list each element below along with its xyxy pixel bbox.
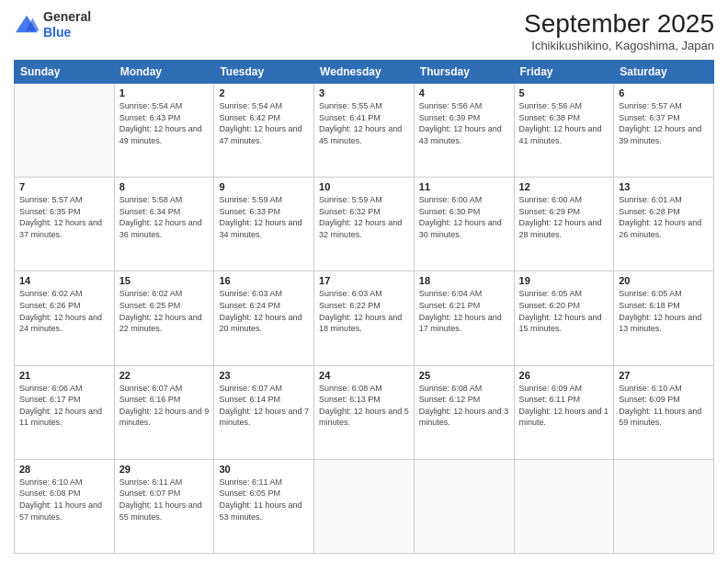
col-header-friday: Friday <box>514 61 614 84</box>
col-header-wednesday: Wednesday <box>314 61 415 84</box>
day-cell: 15Sunrise: 6:02 AMSunset: 6:25 PMDayligh… <box>114 271 214 365</box>
day-number: 18 <box>419 275 509 286</box>
day-number: 1 <box>119 87 210 98</box>
day-info: Sunrise: 5:56 AMSunset: 6:38 PMDaylight:… <box>519 100 609 146</box>
day-info: Sunrise: 6:06 AMSunset: 6:17 PMDaylight:… <box>19 383 109 429</box>
day-number: 24 <box>319 370 409 381</box>
month-title: September 2025 <box>524 9 714 39</box>
day-info: Sunrise: 6:01 AMSunset: 6:28 PMDaylight:… <box>619 194 709 240</box>
col-header-thursday: Thursday <box>414 61 514 84</box>
day-cell <box>314 459 415 553</box>
subtitle: Ichikikushikino, Kagoshima, Japan <box>524 39 714 52</box>
day-cell: 30Sunrise: 6:11 AMSunset: 6:05 PMDayligh… <box>214 459 314 553</box>
day-info: Sunrise: 6:10 AMSunset: 6:08 PMDaylight:… <box>19 477 109 523</box>
day-cell: 19Sunrise: 6:05 AMSunset: 6:20 PMDayligh… <box>514 271 614 365</box>
day-info: Sunrise: 6:02 AMSunset: 6:25 PMDaylight:… <box>119 288 210 334</box>
day-cell: 5Sunrise: 5:56 AMSunset: 6:38 PMDaylight… <box>514 84 614 178</box>
day-cell <box>514 459 614 553</box>
header: General Blue September 2025 Ichikikushik… <box>14 9 714 52</box>
day-cell: 11Sunrise: 6:00 AMSunset: 6:30 PMDayligh… <box>414 178 514 271</box>
day-info: Sunrise: 6:00 AMSunset: 6:29 PMDaylight:… <box>519 194 609 240</box>
day-number: 10 <box>319 181 409 192</box>
day-number: 29 <box>119 464 210 475</box>
day-info: Sunrise: 6:11 AMSunset: 6:07 PMDaylight:… <box>119 477 210 523</box>
day-cell: 23Sunrise: 6:07 AMSunset: 6:14 PMDayligh… <box>214 365 314 459</box>
day-info: Sunrise: 5:57 AMSunset: 6:35 PMDaylight:… <box>19 194 109 240</box>
day-number: 14 <box>19 275 109 286</box>
week-row-1: 1Sunrise: 5:54 AMSunset: 6:43 PMDaylight… <box>15 84 714 178</box>
day-cell: 14Sunrise: 6:02 AMSunset: 6:26 PMDayligh… <box>15 271 115 365</box>
logo-icon <box>14 14 40 36</box>
day-number: 2 <box>219 87 309 98</box>
day-info: Sunrise: 6:07 AMSunset: 6:16 PMDaylight:… <box>119 383 210 429</box>
day-number: 25 <box>419 370 509 381</box>
day-number: 22 <box>119 370 210 381</box>
day-info: Sunrise: 5:58 AMSunset: 6:34 PMDaylight:… <box>119 194 210 240</box>
day-number: 26 <box>519 370 609 381</box>
week-row-3: 14Sunrise: 6:02 AMSunset: 6:26 PMDayligh… <box>15 271 714 365</box>
day-info: Sunrise: 5:54 AMSunset: 6:42 PMDaylight:… <box>219 100 309 146</box>
day-number: 27 <box>619 370 709 381</box>
day-number: 19 <box>519 275 609 286</box>
day-number: 8 <box>119 181 210 192</box>
day-number: 6 <box>619 87 709 98</box>
day-number: 15 <box>119 275 210 286</box>
day-info: Sunrise: 6:08 AMSunset: 6:12 PMDaylight:… <box>419 383 509 429</box>
day-info: Sunrise: 5:54 AMSunset: 6:43 PMDaylight:… <box>119 100 210 146</box>
day-cell: 24Sunrise: 6:08 AMSunset: 6:13 PMDayligh… <box>314 365 415 459</box>
title-block: September 2025 Ichikikushikino, Kagoshim… <box>524 9 714 52</box>
day-cell: 26Sunrise: 6:09 AMSunset: 6:11 PMDayligh… <box>514 365 614 459</box>
logo-general-text: General <box>43 9 91 24</box>
day-cell: 3Sunrise: 5:55 AMSunset: 6:41 PMDaylight… <box>314 84 415 178</box>
day-number: 28 <box>19 464 109 475</box>
day-cell: 17Sunrise: 6:03 AMSunset: 6:22 PMDayligh… <box>314 271 415 365</box>
day-cell: 12Sunrise: 6:00 AMSunset: 6:29 PMDayligh… <box>514 178 614 271</box>
day-info: Sunrise: 5:59 AMSunset: 6:33 PMDaylight:… <box>219 194 309 240</box>
day-cell <box>614 459 714 553</box>
col-header-monday: Monday <box>114 61 214 84</box>
logo: General Blue <box>14 9 91 40</box>
day-cell <box>414 459 514 553</box>
day-cell: 27Sunrise: 6:10 AMSunset: 6:09 PMDayligh… <box>614 365 714 459</box>
day-number: 17 <box>319 275 409 286</box>
logo-blue-text: Blue <box>43 25 71 40</box>
day-cell: 2Sunrise: 5:54 AMSunset: 6:42 PMDaylight… <box>214 84 314 178</box>
day-info: Sunrise: 6:05 AMSunset: 6:18 PMDaylight:… <box>619 288 709 334</box>
day-info: Sunrise: 6:05 AMSunset: 6:20 PMDaylight:… <box>519 288 609 334</box>
week-row-2: 7Sunrise: 5:57 AMSunset: 6:35 PMDaylight… <box>15 178 714 271</box>
day-number: 3 <box>319 87 409 98</box>
day-info: Sunrise: 6:08 AMSunset: 6:13 PMDaylight:… <box>319 383 409 429</box>
day-number: 5 <box>519 87 609 98</box>
day-cell: 25Sunrise: 6:08 AMSunset: 6:12 PMDayligh… <box>414 365 514 459</box>
day-number: 12 <box>519 181 609 192</box>
day-info: Sunrise: 5:56 AMSunset: 6:39 PMDaylight:… <box>419 100 509 146</box>
day-cell: 28Sunrise: 6:10 AMSunset: 6:08 PMDayligh… <box>15 459 115 553</box>
day-cell: 22Sunrise: 6:07 AMSunset: 6:16 PMDayligh… <box>114 365 214 459</box>
day-number: 9 <box>219 181 309 192</box>
day-cell: 20Sunrise: 6:05 AMSunset: 6:18 PMDayligh… <box>614 271 714 365</box>
day-info: Sunrise: 6:03 AMSunset: 6:24 PMDaylight:… <box>219 288 309 334</box>
day-number: 16 <box>219 275 309 286</box>
day-cell <box>15 84 115 178</box>
day-number: 21 <box>19 370 109 381</box>
day-cell: 4Sunrise: 5:56 AMSunset: 6:39 PMDaylight… <box>414 84 514 178</box>
day-cell: 7Sunrise: 5:57 AMSunset: 6:35 PMDaylight… <box>15 178 115 271</box>
day-number: 20 <box>619 275 709 286</box>
day-cell: 10Sunrise: 5:59 AMSunset: 6:32 PMDayligh… <box>314 178 415 271</box>
day-number: 4 <box>419 87 509 98</box>
calendar-header-row: SundayMondayTuesdayWednesdayThursdayFrid… <box>15 61 714 84</box>
day-info: Sunrise: 6:09 AMSunset: 6:11 PMDaylight:… <box>519 383 609 429</box>
day-info: Sunrise: 5:59 AMSunset: 6:32 PMDaylight:… <box>319 194 409 240</box>
day-cell: 18Sunrise: 6:04 AMSunset: 6:21 PMDayligh… <box>414 271 514 365</box>
day-info: Sunrise: 6:00 AMSunset: 6:30 PMDaylight:… <box>419 194 509 240</box>
day-info: Sunrise: 6:11 AMSunset: 6:05 PMDaylight:… <box>219 477 309 523</box>
day-info: Sunrise: 6:07 AMSunset: 6:14 PMDaylight:… <box>219 383 309 429</box>
day-info: Sunrise: 5:55 AMSunset: 6:41 PMDaylight:… <box>319 100 409 146</box>
day-number: 23 <box>219 370 309 381</box>
week-row-4: 21Sunrise: 6:06 AMSunset: 6:17 PMDayligh… <box>15 365 714 459</box>
day-cell: 9Sunrise: 5:59 AMSunset: 6:33 PMDaylight… <box>214 178 314 271</box>
day-cell: 1Sunrise: 5:54 AMSunset: 6:43 PMDaylight… <box>114 84 214 178</box>
day-number: 13 <box>619 181 709 192</box>
day-number: 11 <box>419 181 509 192</box>
day-info: Sunrise: 6:10 AMSunset: 6:09 PMDaylight:… <box>619 383 709 429</box>
